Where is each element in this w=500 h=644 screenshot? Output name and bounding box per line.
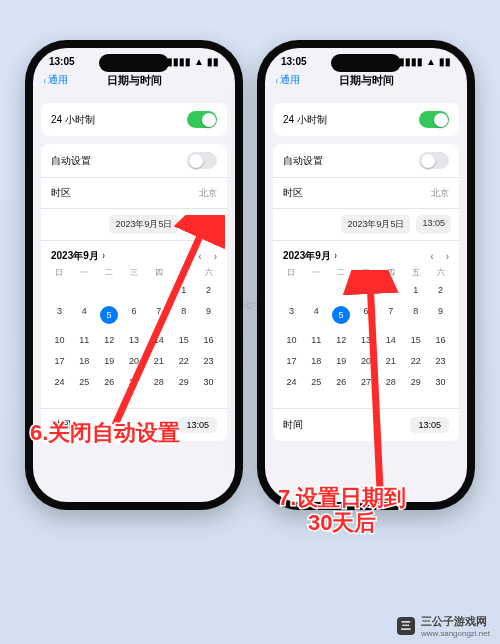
calendar-day[interactable]: 4 <box>304 302 329 328</box>
toggle-autoset[interactable] <box>187 152 217 169</box>
back-label: 通用 <box>280 73 300 87</box>
calendar-day[interactable]: 16 <box>196 331 221 349</box>
calendar-day-selected[interactable]: 5 <box>100 306 118 324</box>
calendar-day[interactable]: 19 <box>329 352 354 370</box>
calendar-day[interactable]: 22 <box>171 352 196 370</box>
calendar-day[interactable]: 28 <box>146 373 171 391</box>
value-timezone: 北京 <box>199 187 217 200</box>
calendar-day[interactable]: 1 <box>171 281 196 299</box>
calendar-day[interactable]: 18 <box>72 352 97 370</box>
calendar-day[interactable]: 10 <box>47 331 72 349</box>
toggle-24h[interactable] <box>187 111 217 128</box>
watermark-url: www.sangongzi.net <box>421 629 490 638</box>
calendar-day[interactable]: 28 <box>378 373 403 391</box>
calendar-day[interactable]: 2 <box>428 281 453 299</box>
calendar-day[interactable]: 24 <box>47 373 72 391</box>
calendar-day[interactable]: 5 <box>329 302 354 328</box>
calendar-day[interactable]: 13 <box>122 331 147 349</box>
calendar-day[interactable]: 14 <box>378 331 403 349</box>
month-label[interactable]: 2023年9月 › <box>51 249 105 263</box>
calendar-day[interactable]: 29 <box>403 373 428 391</box>
calendar-day[interactable]: 27 <box>122 373 147 391</box>
label-timezone: 时区 <box>51 186 71 200</box>
weekday-label: 四 <box>378 267 403 278</box>
date-pill[interactable]: 2023年9月5日 <box>341 215 410 234</box>
calendar-day[interactable]: 13 <box>354 331 379 349</box>
weekday-label: 一 <box>304 267 329 278</box>
month-label[interactable]: 2023年9月 › <box>283 249 337 263</box>
next-month[interactable]: › <box>214 251 217 262</box>
nav-bar: ‹通用 日期与时间 <box>265 69 467 95</box>
calendar-day[interactable]: 10 <box>279 331 304 349</box>
row-timezone[interactable]: 时区 北京 <box>273 178 459 209</box>
calendar: 2023年9月 › ‹ › 日一二三四五六1234567891011121314… <box>273 241 459 408</box>
calendar-day[interactable]: 30 <box>196 373 221 391</box>
calendar-day[interactable]: 17 <box>279 352 304 370</box>
calendar-day[interactable]: 18 <box>304 352 329 370</box>
calendar-day[interactable]: 21 <box>378 352 403 370</box>
calendar-day[interactable]: 6 <box>122 302 147 328</box>
calendar-day[interactable]: 30 <box>428 373 453 391</box>
calendar-day[interactable]: 27 <box>354 373 379 391</box>
section-datetime: 自动设置 时区 北京 2023年9月5日 13:05 2023年9月 › ‹ <box>273 144 459 441</box>
calendar-day[interactable]: 5 <box>97 302 122 328</box>
toggle-autoset[interactable] <box>419 152 449 169</box>
date-pill[interactable]: 2023年9月5日 <box>109 215 178 234</box>
calendar-day[interactable]: 14 <box>146 331 171 349</box>
prev-month[interactable]: ‹ <box>198 251 201 262</box>
back-button[interactable]: ‹通用 <box>275 73 300 87</box>
calendar-day[interactable]: 19 <box>97 352 122 370</box>
row-timezone[interactable]: 时区 北京 <box>41 178 227 209</box>
calendar-day[interactable]: 21 <box>146 352 171 370</box>
calendar-day[interactable]: 3 <box>279 302 304 328</box>
page-title: 日期与时间 <box>107 73 162 88</box>
calendar-day[interactable]: 9 <box>428 302 453 328</box>
calendar-day[interactable]: 2 <box>196 281 221 299</box>
back-button[interactable]: ‹通用 <box>43 73 68 87</box>
calendar-day[interactable]: 7 <box>378 302 403 328</box>
time-pill[interactable]: 13:05 <box>184 215 219 234</box>
calendar-day[interactable]: 11 <box>304 331 329 349</box>
value-timezone: 北京 <box>431 187 449 200</box>
calendar-day[interactable]: 15 <box>171 331 196 349</box>
calendar-day[interactable]: 16 <box>428 331 453 349</box>
calendar-day-selected[interactable]: 5 <box>332 306 350 324</box>
calendar-day[interactable]: 12 <box>97 331 122 349</box>
toggle-24h[interactable] <box>419 111 449 128</box>
row-autoset: 自动设置 <box>41 144 227 178</box>
calendar-day[interactable]: 4 <box>72 302 97 328</box>
calendar-day[interactable]: 17 <box>47 352 72 370</box>
chevron-right-icon: › <box>334 250 336 261</box>
calendar-day[interactable]: 8 <box>403 302 428 328</box>
calendar-day[interactable]: 25 <box>304 373 329 391</box>
calendar-day[interactable]: 12 <box>329 331 354 349</box>
next-month[interactable]: › <box>446 251 449 262</box>
calendar-day[interactable]: 24 <box>279 373 304 391</box>
calendar-day[interactable]: 20 <box>354 352 379 370</box>
caption-left: 6.关闭自动设置 <box>30 420 180 445</box>
calendar-day[interactable]: 6 <box>354 302 379 328</box>
time-pill[interactable]: 13:05 <box>416 215 451 234</box>
time-chip[interactable]: 13:05 <box>410 417 449 433</box>
wifi-icon: ▲ <box>194 56 204 67</box>
calendar-day[interactable]: 15 <box>403 331 428 349</box>
calendar-day[interactable]: 1 <box>403 281 428 299</box>
calendar-day[interactable]: 7 <box>146 302 171 328</box>
calendar-day[interactable]: 25 <box>72 373 97 391</box>
prev-month[interactable]: ‹ <box>430 251 433 262</box>
calendar-day[interactable]: 9 <box>196 302 221 328</box>
calendar-day[interactable]: 3 <box>47 302 72 328</box>
time-chip[interactable]: 13:05 <box>178 417 217 433</box>
calendar-day[interactable]: 11 <box>72 331 97 349</box>
calendar-day[interactable]: 26 <box>97 373 122 391</box>
calendar-day[interactable]: 26 <box>329 373 354 391</box>
calendar-day[interactable]: 23 <box>196 352 221 370</box>
site-watermark: 三 三公子游戏网 www.sangongzi.net <box>397 614 490 638</box>
calendar-day[interactable]: 20 <box>122 352 147 370</box>
calendar-day[interactable]: 23 <box>428 352 453 370</box>
calendar-day[interactable]: 22 <box>403 352 428 370</box>
calendar-grid-right: 日一二三四五六123456789101112131415161718192021… <box>279 267 453 402</box>
calendar-day[interactable]: 8 <box>171 302 196 328</box>
calendar-day[interactable]: 29 <box>171 373 196 391</box>
weekday-label: 六 <box>196 267 221 278</box>
